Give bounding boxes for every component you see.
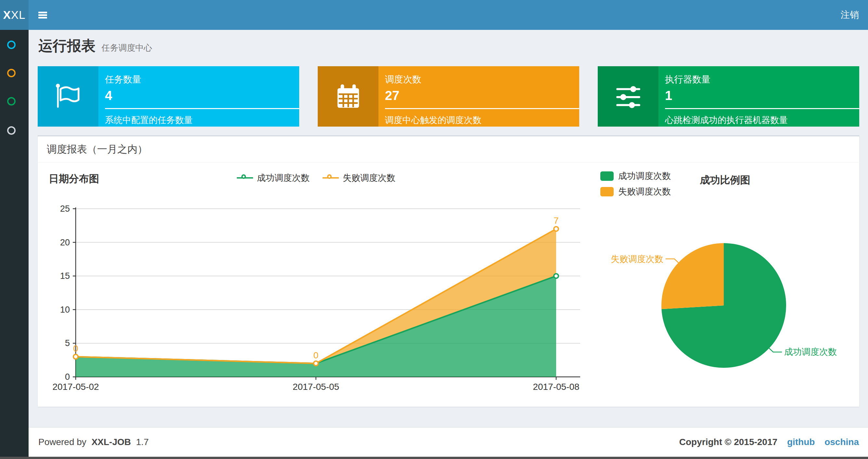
y-axis-tick-label: 5	[65, 338, 70, 348]
oschina-link[interactable]: oschina	[825, 437, 859, 447]
info-box-description: 心跳检测成功的执行器机器数量	[665, 114, 859, 126]
sidebar	[0, 30, 29, 457]
info-box-label: 调度次数	[385, 73, 579, 86]
info-box-label: 执行器数量	[665, 73, 859, 86]
report-panel-header: 调度报表（一月之内）	[38, 136, 859, 163]
info-box-jobs: 任务数量 4 系统中配置的任务数量	[38, 66, 299, 127]
info-box-content: 执行器数量 1 心跳检测成功的执行器机器数量	[658, 66, 859, 127]
legend-item-失败调度次数[interactable]: 失败调度次数	[322, 172, 395, 184]
legend-line-marker	[237, 174, 253, 182]
window-bottom-edge	[0, 457, 868, 459]
sidebar-item-1[interactable]	[7, 40, 16, 49]
pie-callout-label: 成功调度次数	[784, 347, 837, 357]
pie-legend-item-成功调度次数[interactable]: 成功调度次数	[600, 170, 671, 182]
success-ratio-pie-chart: 成功调度次数失败调度次数	[598, 227, 859, 396]
info-box-content: 任务数量 4 系统中配置的任务数量	[98, 66, 299, 127]
x-axis-tick-label: 2017-05-02	[52, 382, 99, 392]
circle-icon	[7, 40, 16, 49]
pie-chart-legend: 成功调度次数失败调度次数	[600, 170, 671, 197]
y-axis-tick-label: 25	[60, 204, 70, 214]
sidebar-item-2[interactable]	[7, 69, 16, 77]
copyright-text: Copyright © 2015-2017	[679, 437, 777, 447]
hamburger-icon	[38, 12, 47, 18]
y-axis-tick-label: 0	[65, 372, 70, 382]
sidebar-toggle-button[interactable]	[29, 0, 54, 30]
fail-data-point	[554, 227, 558, 231]
pie-legend-item-失败调度次数[interactable]: 失败调度次数	[600, 186, 671, 197]
logout-link[interactable]: 注销	[832, 0, 868, 30]
info-box-divider	[105, 108, 299, 109]
report-panel-title: 调度报表（一月之内）	[47, 142, 148, 156]
info-box-description: 系统中配置的任务数量	[105, 114, 299, 126]
calendar-icon	[318, 66, 378, 127]
pie-callout-label: 失败调度次数	[611, 254, 663, 264]
top-navbar: XXL 注销	[0, 0, 868, 30]
data-point-label: 0	[313, 350, 319, 360]
fail-data-point	[73, 355, 78, 359]
circle-icon	[7, 97, 16, 105]
success-data-point	[554, 274, 558, 278]
info-box-label: 任务数量	[105, 73, 299, 86]
legend-item-成功调度次数[interactable]: 成功调度次数	[237, 172, 310, 184]
logo-text-bold: X	[3, 8, 11, 22]
sliders-icon	[598, 66, 658, 127]
x-axis-tick-label: 2017-05-05	[293, 382, 339, 392]
legend-label: 成功调度次数	[618, 170, 671, 182]
info-box-divider	[385, 108, 579, 109]
x-axis-tick-label: 2017-05-08	[533, 382, 579, 392]
y-axis-tick-label: 20	[60, 238, 70, 248]
sidebar-item-4[interactable]	[7, 126, 16, 135]
data-point-label: 7	[554, 216, 559, 226]
page-footer: Powered by XXL-JOB 1.7 Copyright © 2015-…	[29, 427, 868, 457]
page-header: 运行报表 任务调度中心	[38, 36, 152, 56]
legend-label: 失败调度次数	[618, 186, 671, 197]
logo-text: XL	[11, 8, 26, 22]
pie-chart-title: 成功比例图	[676, 173, 774, 187]
footer-powered-by: Powered by XXL-JOB 1.7	[38, 437, 149, 447]
github-link[interactable]: github	[787, 437, 815, 447]
powered-prefix: Powered by	[38, 437, 86, 447]
legend-swatch	[600, 187, 614, 196]
data-point-label: 0	[73, 343, 78, 354]
info-box-executors: 执行器数量 1 心跳检测成功的执行器机器数量	[598, 66, 859, 127]
info-box-description: 调度中心触发的调度次数	[385, 114, 579, 126]
info-box-value: 4	[105, 88, 299, 103]
circle-icon	[7, 126, 16, 135]
info-box-content: 调度次数 27 调度中心触发的调度次数	[378, 66, 579, 127]
pie-slice-失败调度次数	[661, 243, 724, 309]
product-version: 1.7	[136, 437, 149, 447]
info-box-triggers: 调度次数 27 调度中心触发的调度次数	[318, 66, 579, 127]
legend-swatch	[600, 171, 614, 181]
footer-copyright: Copyright © 2015-2017 github oschina	[679, 437, 859, 447]
date-distribution-chart: 05101520252017-05-022017-05-052017-05-08…	[38, 195, 590, 402]
circle-icon	[7, 69, 16, 77]
y-axis-tick-label: 15	[60, 271, 70, 281]
page-subtitle: 任务调度中心	[101, 43, 152, 53]
fail-data-point	[314, 361, 318, 366]
sidebar-item-3[interactable]	[7, 97, 16, 105]
legend-label: 成功调度次数	[257, 172, 310, 184]
info-box-value: 27	[385, 88, 579, 103]
legend-line-marker	[322, 174, 339, 182]
info-box-value: 1	[665, 88, 859, 103]
y-axis-tick-label: 10	[60, 305, 70, 315]
legend-label: 失败调度次数	[343, 172, 395, 184]
flag-icon	[38, 66, 98, 127]
info-box-divider	[665, 108, 859, 109]
page-title: 运行报表	[38, 38, 95, 54]
line-chart-legend: 成功调度次数失败调度次数	[76, 172, 556, 184]
product-name: XXL-JOB	[92, 437, 131, 447]
app-logo[interactable]: XXL	[0, 0, 29, 30]
